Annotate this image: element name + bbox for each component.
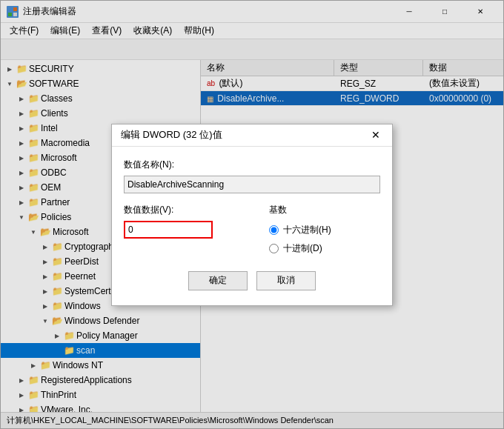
dialog-ok-button[interactable]: 确定: [188, 271, 248, 290]
dialog-left: 数值数据(V):: [124, 204, 257, 255]
radio-group: 十六进制(H) 十进制(D): [269, 221, 380, 255]
dialog-cancel-button[interactable]: 取消: [256, 271, 316, 290]
radio-hex[interactable]: [269, 225, 279, 235]
radio-dec-label[interactable]: 十进制(D): [269, 242, 380, 255]
dialog-close-button[interactable]: ✕: [368, 127, 383, 142]
dialog-body: 数值名称(N): 数值数据(V): 基数: [112, 147, 392, 305]
dialog: 编辑 DWORD (32 位)值 ✕ 数值名称(N): 数值数据(V):: [111, 124, 393, 306]
base-label: 基数: [269, 204, 380, 216]
dialog-title: 编辑 DWORD (32 位)值: [121, 128, 222, 142]
radio-dec-text: 十进制(D): [283, 242, 322, 255]
dialog-right: 基数 十六进制(H) 十进制(D): [269, 204, 380, 255]
radio-dec[interactable]: [269, 244, 279, 253]
dialog-overlay: 编辑 DWORD (32 位)值 ✕ 数值名称(N): 数值数据(V):: [1, 1, 503, 428]
dialog-title-bar: 编辑 DWORD (32 位)值 ✕: [112, 124, 392, 147]
field-data-label: 数值数据(V):: [124, 204, 257, 216]
value-input-wrapper: [124, 221, 257, 239]
field-name-input[interactable]: [124, 176, 380, 193]
field-name-label: 数值名称(N):: [124, 159, 380, 171]
field-data-input[interactable]: [124, 221, 213, 239]
dialog-buttons: 确定 取消: [124, 265, 380, 293]
dialog-data-row: 数值数据(V): 基数 十六进制(H): [124, 204, 380, 255]
main-window: 注册表编辑器 ─ □ ✕ 文件(F) 编辑(E) 查看(V) 收藏夹(A) 帮助…: [0, 0, 504, 429]
radio-hex-label[interactable]: 十六进制(H): [269, 224, 380, 236]
radio-hex-text: 十六进制(H): [283, 224, 331, 236]
